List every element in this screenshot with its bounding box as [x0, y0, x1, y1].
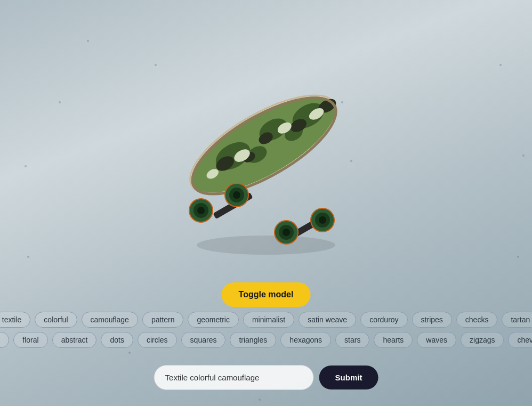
toggle-model-button[interactable]: Toggle model	[222, 282, 311, 307]
svg-point-34	[319, 216, 326, 224]
tag-corduroy[interactable]: corduroy	[360, 312, 407, 328]
tag-hearts[interactable]: hearts	[374, 332, 413, 348]
tag-floral[interactable]: floral	[13, 332, 47, 348]
tag-checks[interactable]: checks	[456, 312, 498, 328]
tag-textile[interactable]: textile	[0, 312, 30, 328]
tag-hexagons[interactable]: hexagons	[280, 332, 331, 348]
tag-zigzags[interactable]: zigzags	[461, 332, 504, 348]
input-area: Submit	[154, 365, 378, 390]
prompt-input[interactable]	[154, 365, 314, 390]
tag-colorful[interactable]: colorful	[35, 312, 77, 328]
tag-geometric[interactable]: geometric	[188, 312, 238, 328]
tag-squares[interactable]: squares	[181, 332, 226, 348]
tags-row-1: textilecolorfulcamouflagepatterngeometri…	[0, 312, 532, 328]
tag-stars[interactable]: stars	[335, 332, 369, 348]
tag-stripes[interactable]: stripes	[412, 312, 452, 328]
tag-circles[interactable]: circles	[138, 332, 177, 348]
svg-point-21	[197, 207, 205, 214]
tags-container: textilecolorfulcamouflagepatterngeometri…	[0, 312, 532, 348]
tags-row-2: plaidfloralabstractdotscirclessquarestri…	[0, 332, 532, 348]
skateboard-display	[133, 27, 399, 272]
svg-point-25	[233, 191, 240, 199]
tag-abstract[interactable]: abstract	[52, 332, 97, 348]
tag-dots[interactable]: dots	[101, 332, 133, 348]
tag-tartan[interactable]: tartan	[502, 312, 532, 328]
tag-camouflage[interactable]: camouflage	[82, 312, 138, 328]
tag-chevrons[interactable]: chevrons	[508, 332, 532, 348]
tag-satin-weave[interactable]: satin weave	[299, 312, 356, 328]
tag-triangles[interactable]: triangles	[230, 332, 276, 348]
submit-button[interactable]: Submit	[319, 366, 378, 389]
tag-plaid[interactable]: plaid	[0, 332, 9, 348]
tag-waves[interactable]: waves	[417, 332, 456, 348]
tag-minimalist[interactable]: minimalist	[243, 312, 294, 328]
svg-point-30	[283, 229, 290, 236]
svg-point-0	[197, 236, 335, 255]
tag-pattern[interactable]: pattern	[142, 312, 184, 328]
